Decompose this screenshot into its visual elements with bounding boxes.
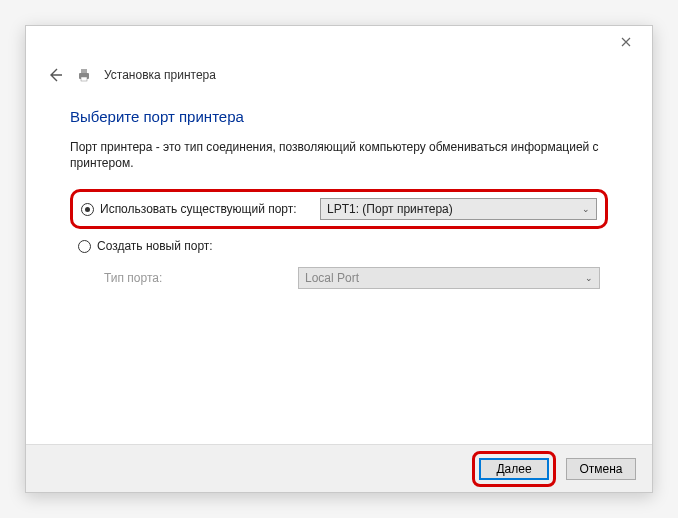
- printer-wizard-dialog: Установка принтера Выберите порт принтер…: [25, 25, 653, 493]
- option-use-existing-port[interactable]: Использовать существующий порт: LPT1: (П…: [70, 189, 608, 229]
- port-type-value: Local Port: [305, 271, 359, 285]
- existing-port-value: LPT1: (Порт принтера): [327, 202, 453, 216]
- cancel-button[interactable]: Отмена: [566, 458, 636, 480]
- button-bar: Далее Отмена: [26, 444, 652, 492]
- page-description: Порт принтера - это тип соединения, позв…: [70, 139, 608, 171]
- radio-use-existing-label: Использовать существующий порт:: [100, 202, 320, 216]
- printer-icon: [76, 67, 92, 83]
- svg-rect-1: [81, 69, 87, 73]
- close-button[interactable]: [604, 28, 648, 56]
- radio-use-existing[interactable]: [81, 203, 94, 216]
- radio-create-new[interactable]: [78, 240, 91, 253]
- wizard-content: Выберите порт принтера Порт принтера - э…: [26, 88, 652, 293]
- next-button-highlight: Далее: [472, 451, 556, 487]
- port-type-label: Тип порта:: [104, 271, 298, 285]
- back-button[interactable]: [46, 66, 64, 84]
- back-arrow-icon: [47, 67, 63, 83]
- chevron-down-icon: ⌄: [585, 273, 593, 283]
- radio-create-new-label: Создать новый порт:: [97, 239, 317, 253]
- svg-rect-2: [81, 77, 87, 81]
- wizard-title: Установка принтера: [104, 68, 216, 82]
- existing-port-select[interactable]: LPT1: (Порт принтера) ⌄: [320, 198, 597, 220]
- titlebar: [26, 26, 652, 58]
- close-icon: [621, 37, 631, 47]
- next-button[interactable]: Далее: [479, 458, 549, 480]
- page-heading: Выберите порт принтера: [70, 108, 608, 125]
- option-create-new-port[interactable]: Создать новый порт:: [70, 233, 608, 259]
- chevron-down-icon: ⌄: [582, 204, 590, 214]
- port-type-row: Тип порта: Local Port ⌄: [70, 263, 608, 293]
- wizard-header: Установка принтера: [26, 58, 652, 88]
- port-type-select: Local Port ⌄: [298, 267, 600, 289]
